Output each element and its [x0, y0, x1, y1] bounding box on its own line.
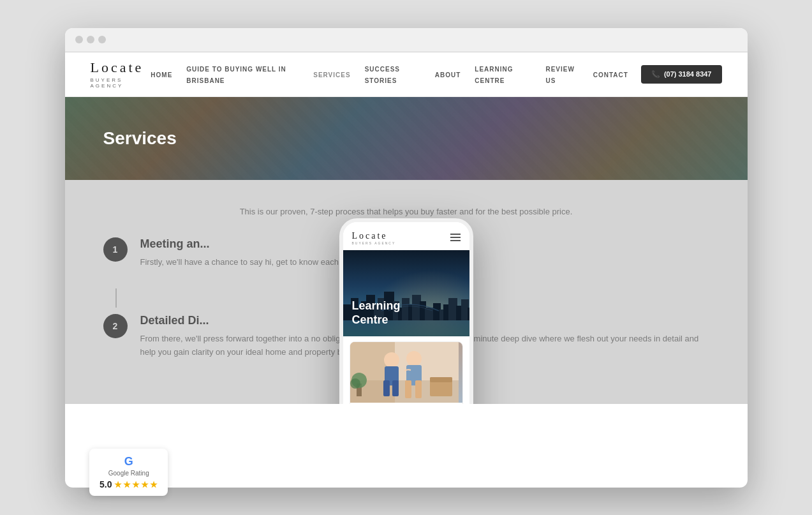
nav-link-success[interactable]: SUCCESS STORIES — [365, 66, 400, 84]
phone-card-label: Plane Wide Find Ho... — [350, 403, 462, 404]
phone-hero: Learning Centre — [343, 250, 469, 336]
nav-link-learning[interactable]: LEARNING CENTRE — [475, 66, 513, 84]
phone-icon: 📞 — [651, 70, 660, 78]
nav-item-review[interactable]: REVIEW US — [545, 63, 579, 86]
hamburger-line-1 — [450, 234, 461, 235]
phone-hero-text: Learning Centre — [352, 299, 401, 327]
nav-phone[interactable]: 📞 (07) 3184 8347 — [641, 65, 722, 84]
nav-item-guide[interactable]: GUIDE TO BUYING WELL IN BRISBANE — [186, 63, 299, 86]
nav-item-contact[interactable]: CONTACT — [593, 68, 628, 80]
svg-rect-22 — [468, 308, 469, 320]
hero-text-line2: Centre — [352, 313, 401, 327]
hero-text-line1: Learning — [352, 299, 401, 313]
nav-item-home[interactable]: HOME — [151, 68, 172, 80]
nav-item-learning[interactable]: LEARNING CENTRE — [475, 63, 531, 86]
nav-link-home[interactable]: HOME — [151, 71, 172, 78]
nav-link-contact[interactable]: CONTACT — [593, 71, 628, 78]
phone-number: (07) 3184 8347 — [664, 70, 712, 78]
site-logo[interactable]: Locate BUYERS AGENCY — [91, 59, 151, 89]
svg-point-38 — [350, 378, 360, 389]
phone-logo: Locate BUYERS AGENCY — [352, 230, 396, 245]
dot-fullscreen — [98, 36, 106, 43]
svg-rect-35 — [430, 377, 452, 382]
phone-nav: Locate BUYERS AGENCY — [343, 222, 469, 250]
phone-overlay: Locate BUYERS AGENCY — [339, 218, 473, 404]
dot-minimize — [87, 36, 94, 43]
logo-text: Locate — [91, 59, 144, 75]
people-illustration — [350, 342, 459, 403]
logo-subtext: BUYERS AGENCY — [91, 77, 151, 89]
nav-item-success[interactable]: SUCCESS STORIES — [365, 63, 421, 86]
hamburger-menu[interactable] — [450, 234, 461, 241]
browser-dots — [75, 36, 106, 43]
main-content: This is our proven, 7-step process that … — [65, 180, 748, 404]
svg-rect-29 — [392, 380, 399, 396]
page-title: Services — [103, 128, 177, 149]
svg-point-26 — [384, 352, 399, 368]
hamburger-line-3 — [450, 240, 461, 241]
phone-card-image — [350, 342, 462, 403]
nav-link-services[interactable]: SERVICES — [313, 71, 350, 78]
hero-section: Services — [65, 97, 748, 180]
svg-rect-28 — [383, 380, 390, 396]
website: Locate BUYERS AGENCY HOME GUIDE TO BUYIN… — [65, 52, 748, 404]
nav-link-guide[interactable]: GUIDE TO BUYING WELL IN BRISBANE — [186, 66, 286, 84]
nav-item-about[interactable]: ABOUT — [435, 68, 461, 80]
phone-logo-text: Locate — [352, 231, 388, 241]
browser-toolbar — [65, 28, 748, 52]
phone-card[interactable]: Plane Wide Find Ho... — [350, 341, 463, 404]
dot-close — [75, 36, 83, 43]
phone-logo-sub: BUYERS AGENCY — [352, 241, 396, 245]
nav-link-review[interactable]: REVIEW US — [545, 66, 574, 84]
browser-window: Locate BUYERS AGENCY HOME GUIDE TO BUYIN… — [65, 28, 748, 488]
svg-rect-13 — [412, 295, 421, 320]
phone-inner: Locate BUYERS AGENCY — [343, 222, 469, 404]
nav-link-about[interactable]: ABOUT — [435, 71, 461, 78]
svg-rect-19 — [448, 298, 457, 320]
hamburger-line-2 — [450, 237, 461, 238]
nav-item-services[interactable]: SERVICES — [313, 68, 350, 80]
main-nav: Locate BUYERS AGENCY HOME GUIDE TO BUYIN… — [65, 52, 748, 97]
svg-rect-32 — [405, 380, 411, 398]
nav-links: HOME GUIDE TO BUYING WELL IN BRISBANE SE… — [151, 63, 628, 86]
svg-point-30 — [406, 351, 422, 366]
svg-rect-33 — [415, 380, 422, 398]
